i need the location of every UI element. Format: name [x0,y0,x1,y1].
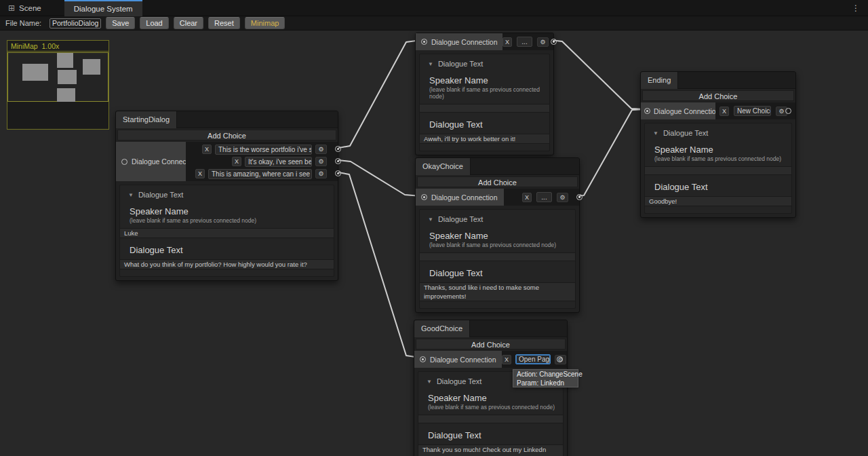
minimap-node-okay[interactable] [58,70,77,84]
speaker-name-field[interactable] [420,104,549,113]
speaker-hint: (leave blank if same as previous connect… [130,217,334,224]
dialogue-text-field[interactable]: Goodbye! [645,196,791,206]
minimap-panel[interactable]: MiniMap 1.00x [7,40,109,130]
output-port-icon[interactable] [576,194,583,200]
choice-action-gear-icon[interactable]: ⚙ [315,145,327,154]
node-title[interactable]: StartingDialog [116,111,177,128]
reset-button[interactable]: Reset [208,17,240,29]
input-port-icon[interactable] [421,194,427,200]
choice-text-field-focused[interactable]: Open Page [515,354,551,364]
clear-button[interactable]: Clear [174,17,203,29]
tab-dialogue-system[interactable]: Dialogue System [64,0,142,16]
dialogue-text-foldout[interactable]: ▼ Dialogue Text [420,60,549,68]
add-choice-button[interactable]: Add Choice [416,339,566,349]
choice-text-field[interactable]: ... [536,192,552,202]
save-button[interactable]: Save [106,17,135,29]
choice-action-gear-icon[interactable]: ⚙ [557,193,568,202]
choice-text-field[interactable]: ... [517,37,532,47]
node-okay-choice[interactable]: OkayChoice Add Choice Dialogue Connectio… [415,157,580,313]
connection-header: Dialogue Connection X ... ⚙ [416,189,579,206]
node-title[interactable]: Ending [641,72,678,89]
dialogue-connection-header[interactable]: Dialogue Connection [416,189,504,206]
dialogue-text-foldout[interactable]: ▼ Dialogue Text [645,129,791,137]
connection-section: Dialogue Connection X This is the worse … [116,142,338,181]
node-bad-response[interactable]: Dialogue Connection X ... ⚙ ▼ Dialogue T… [415,33,554,155]
foldout-label: Dialogue Text [437,377,481,385]
remove-choice-button[interactable]: X [502,37,512,47]
speaker-name-label: Speaker Name [429,231,575,241]
action-tooltip: Action: ChangeScene Param: Linkedn [513,369,578,387]
minimap-node-bad[interactable] [57,53,73,68]
choice-text-field[interactable]: This is the worse portfolio i've seen [215,145,312,155]
output-port-icon[interactable] [335,146,341,152]
edge-start-to-bad [338,40,421,148]
node-title[interactable]: OkayChoice [416,158,471,175]
input-port-icon[interactable] [421,39,427,45]
minimap-node-ending[interactable] [83,59,100,75]
dialogue-text-field[interactable]: Awwh, i'll try to work better on it! [420,134,549,144]
minimap-node-starting[interactable] [22,64,48,81]
file-name-input[interactable]: PortfolioDialog [50,18,101,28]
input-port-icon[interactable] [644,108,650,114]
add-choice-button[interactable]: Add Choice [642,90,794,101]
output-port-icon[interactable] [335,170,341,176]
speaker-hint: (leave blank if same as previous connect… [429,242,575,248]
speaker-name-field[interactable]: Luke [120,228,334,238]
dialogue-text-field[interactable]: Thanks, sound like i need to make some i… [420,282,575,301]
speaker-name-field[interactable] [645,166,791,175]
choice-text-field[interactable]: New Choice [734,106,771,116]
node-title-bar: Ending [641,72,795,89]
remove-choice-button[interactable]: X [195,169,205,178]
speaker-name-label: Speaker Name [429,75,549,86]
dialogue-text-foldout[interactable]: ▼ Dialogue Text [420,215,575,223]
input-port-icon[interactable] [121,159,127,165]
foldout-label: Dialogue Text [438,215,483,223]
choice-action-gear-icon[interactable]: ⚙ [537,37,549,47]
overflow-menu-icon[interactable]: ⋮ [849,3,863,13]
remove-choice-button[interactable]: X [202,145,212,154]
node-ending[interactable]: Ending Add Choice Dialogue Connection X … [640,71,796,218]
node-good-choice[interactable]: GoodChoice Add Choice Dialogue Connectio… [414,320,568,456]
choice-text-field[interactable]: This is amazing, where can i see more! [208,169,312,179]
remove-choice-button[interactable]: X [522,193,532,202]
add-choice-button[interactable]: Add Choice [117,130,336,140]
node-title-bar: OkayChoice [416,158,579,175]
add-choice-button[interactable]: Add Choice [417,176,578,187]
choice-action-gear-icon[interactable]: ⚙ [315,157,327,166]
dialogue-text-field[interactable]: Thank you so much! Check out my Linkedn … [418,444,563,456]
remove-choice-button[interactable]: X [502,355,511,364]
scene-menu[interactable]: ⊞ Scene [0,0,50,16]
dialogue-text-label: Dialogue Text [654,182,791,192]
dialogue-connection-header[interactable]: Dialogue Connection [414,351,502,368]
output-port-icon[interactable] [551,39,557,45]
edge-bad-to-ending [551,40,646,109]
output-port-icon[interactable] [335,158,341,164]
speaker-name-field[interactable] [420,252,575,261]
tooltip-action-line: Action: ChangeScene [517,370,574,379]
choice-text-field[interactable]: It's okay, i've seen better [245,157,312,167]
connection-label: Dialogue Connection [431,193,497,202]
dialogue-connection-header[interactable]: Dialogue Connection [116,142,186,181]
minimap-viewport[interactable] [7,52,108,102]
load-button[interactable]: Load [140,17,168,29]
foldout-arrow-icon: ▼ [653,130,658,136]
scene-label: Scene [19,4,41,12]
node-title[interactable]: GoodChoice [414,320,470,337]
choice-action-gear-icon[interactable]: ⚙ [315,169,327,178]
dialogue-connection-header[interactable]: Dialogue Connection [416,33,502,50]
dialogue-connection-header[interactable]: Dialogue Connection [641,102,715,119]
minimap-toggle-button[interactable]: Minimap [245,17,285,29]
grid-icon: ⊞ [8,3,15,13]
input-port-icon[interactable] [420,356,426,362]
dialogue-text-field[interactable]: What do you think of my portfolio? How h… [120,259,334,269]
output-port-icon[interactable] [785,108,791,114]
output-port-icon[interactable] [557,356,563,362]
remove-choice-button[interactable]: X [232,157,241,166]
remove-choice-button[interactable]: X [719,107,729,116]
dialogue-text-label: Dialogue Text [429,268,575,278]
dialogue-text-foldout[interactable]: ▼ Dialogue Text [120,191,334,199]
minimap-node-good[interactable] [57,88,75,102]
speaker-name-field[interactable] [418,415,563,423]
minimap-zoom-level: 1.00x [42,42,60,50]
node-starting-dialog[interactable]: StartingDialog Add Choice Dialogue Conne… [115,111,338,281]
